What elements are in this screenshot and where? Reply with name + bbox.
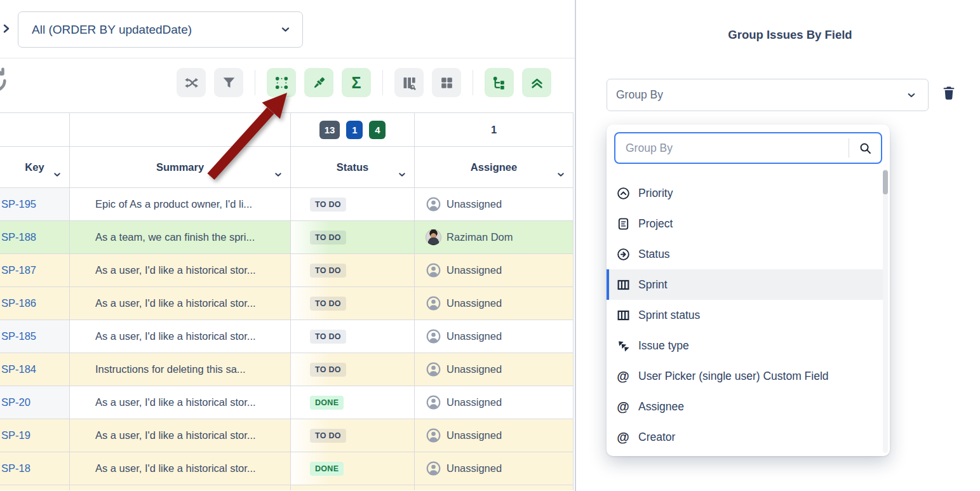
issue-key-link[interactable]: SP-186 [0,297,36,309]
toolbar-format-paint-button[interactable] [304,68,333,97]
dropdown-search-input[interactable] [615,142,849,155]
summary-cell[interactable]: As a user, I'd like a historical stor... [70,386,291,419]
scrollbar-track[interactable] [883,169,888,453]
sigma-icon: Σ [351,75,361,91]
column-header-key[interactable]: Key [0,147,70,187]
avatar [426,229,441,245]
status-cell: TO DO [291,353,415,386]
grid-icon [439,75,455,91]
collapse-panel-chevron-icon[interactable] [1,22,12,37]
dropdown-option-creator[interactable]: @ Creator [607,422,883,452]
key-cell: SP-195 [0,188,70,220]
issue-key-link[interactable]: SP-188 [0,231,36,243]
assignee-name: Unassigned [446,363,502,375]
status-badge: TO DO [310,363,346,377]
table-row[interactable]: SP-18 As a user, I'd like a historical s… [0,452,574,485]
issue-key-link[interactable]: SP-18 [0,462,30,474]
summary-cell[interactable]: As a user, I'd like a historical stor... [70,320,291,353]
toolbar-manage-columns-button[interactable] [394,68,424,97]
status-cell: TO DO [291,254,415,286]
table-row[interactable]: SP-19 As a user, I'd like a historical s… [0,419,574,452]
unassigned-person-icon [426,361,441,377]
search-icon[interactable] [849,141,881,156]
status-cell: TO DO [291,419,415,452]
project-icon [615,215,631,232]
dropdown-option-list: Priority Project Status Sprint Sprint st… [607,178,883,454]
summary-cell[interactable]: As a team, we can finish the spri... [70,221,291,253]
table-toolbar: Σ [0,68,551,97]
toolbar-separator [255,70,255,95]
issue-key-link[interactable]: SP-187 [0,264,36,276]
dropdown-search-box [614,132,882,164]
status-badge: DONE [310,462,344,476]
table-row[interactable]: SP-187 As a user, I'd like a historical … [0,254,574,287]
toolbar-hierarchy-button[interactable] [485,68,514,97]
toolbar-collapse-all-button[interactable] [522,68,551,97]
summary-cell[interactable]: As a user, I'd like a historical stor... [70,419,291,452]
dropdown-option-project[interactable]: Project [607,208,883,239]
chevron-down-icon[interactable] [398,170,406,182]
assignee-cell: Unassigned [415,353,574,386]
toolbar-sum-button[interactable]: Σ [342,68,371,97]
summary-summary-cell [70,113,291,146]
summary-cell[interactable]: As a user, I'd like a historical stor... [70,452,291,485]
unassigned-person-icon [426,196,441,212]
assignee-cell: Unassigned [415,188,574,220]
dropdown-option-user-picker-single-user-custom-field[interactable]: @ User Picker (single user) Custom Field [607,361,883,391]
table-row[interactable]: SP-185 As a user, I'd like a historical … [0,320,574,353]
summary-cell[interactable]: As a user, I'd like a historical stor... [70,254,291,286]
issue-key-link[interactable]: SP-184 [0,363,36,375]
summary-text: As a user, I'd like a historical stor... [70,429,256,441]
table-row[interactable]: SP-195 Epic of As a product owner, I'd l… [0,188,574,221]
assignee-cell: Unassigned [415,254,574,286]
table-row[interactable]: SP-184 Instructions for deleting this sa… [0,353,574,386]
toolbar-group-by-button[interactable] [267,68,296,97]
toolbar-filter-button[interactable] [214,68,243,97]
saved-filter-select[interactable]: All (ORDER BY updatedDate) [18,11,303,48]
dropdown-option-status[interactable]: Status [607,239,883,269]
toolbar-grid-layout-button[interactable] [432,68,461,97]
table-row[interactable]: SP-20 As a user, I'd like a historical s… [0,386,574,419]
status-cell: TO DO [291,188,415,220]
key-summary-cell [0,113,70,146]
key-cell: SP-185 [0,320,70,353]
sprint-icon [615,307,631,323]
column-header-status[interactable]: Status [291,147,415,187]
table-row[interactable]: SP-186 As a user, I'd like a historical … [0,287,574,320]
dropdown-option-issue-type[interactable]: Issue type [607,330,883,361]
summary-cell[interactable]: As a user, I'd like a historical stor... [70,287,291,319]
group-by-select[interactable]: Group By [607,79,929,111]
dropdown-option-sprint[interactable]: Sprint [607,269,883,300]
assignee-name: Unassigned [446,330,502,342]
at-icon: @ [615,398,631,415]
dropdown-option-sprint-status[interactable]: Sprint status [607,300,883,330]
summary-cell[interactable]: Epic of As a product owner, I'd li... [70,188,291,220]
toolbar-shuffle-button[interactable] [177,68,206,97]
status-cell: TO DO [291,221,415,253]
scrollbar-thumb[interactable] [883,170,888,194]
summary-cell[interactable]: Instructions for deleting this sa... [70,353,291,386]
group-by-dropdown: Priority Project Status Sprint Sprint st… [607,124,890,456]
issue-key-link[interactable]: SP-19 [0,429,30,441]
chevron-down-icon[interactable] [53,170,62,182]
status-badge: TO DO [310,297,346,311]
assignee-cell: Unassigned [415,452,574,485]
issue-key-link[interactable]: SP-195 [0,198,36,210]
issue-key-link[interactable]: SP-185 [0,330,36,342]
dropdown-option-label: Creator [638,431,675,444]
chevron-down-icon[interactable] [556,170,565,182]
table-row[interactable]: SP-188 As a team, we can finish the spri… [0,221,574,254]
delete-grouping-button[interactable] [939,84,958,103]
issue-key-link[interactable]: SP-20 [0,396,30,408]
dropdown-option-priority[interactable]: Priority [607,178,883,208]
dropdown-option-assignee[interactable]: @ Assignee [607,391,883,422]
chevron-down-icon [280,24,291,35]
at-icon: @ [615,429,631,445]
column-header-summary[interactable]: Summary [70,147,291,187]
status-count-badge: 4 [369,121,386,139]
status-badge: TO DO [310,264,346,278]
chevron-down-icon[interactable] [274,170,283,182]
column-header-assignee[interactable]: Assignee [415,147,574,187]
summary-text: As a team, we can finish the spri... [70,231,255,243]
issues-table: 1314 1 Key Summary Status Assignee SP-19… [0,112,574,490]
